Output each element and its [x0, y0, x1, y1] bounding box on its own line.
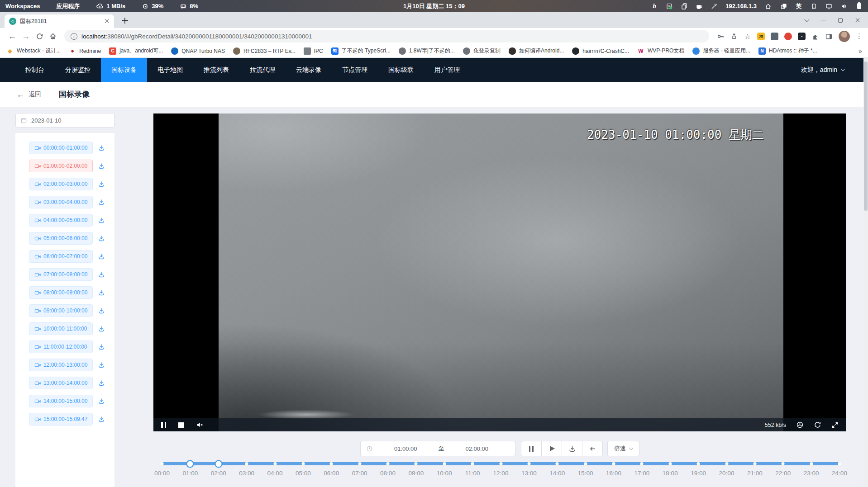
bookmarks-overflow-chevron[interactable]: »	[853, 44, 868, 57]
workspaces-switcher-icon[interactable]	[780, 2, 787, 10]
system-clock[interactable]: 1月10日 星期二 15：09	[403, 2, 465, 10]
workspaces-button[interactable]: Workspaces	[5, 3, 40, 9]
bookmark[interactable]: 免登录复制	[463, 47, 501, 55]
recording-button[interactable]: 04:00:00-05:00:00	[29, 214, 93, 227]
recording-button[interactable]: 12:00:00-13:00:00	[29, 359, 93, 371]
download-icon[interactable]	[98, 397, 105, 405]
user-menu[interactable]: 欢迎，admin	[801, 58, 844, 82]
pause-icon[interactable]	[161, 422, 166, 428]
back-icon[interactable]: ←	[5, 29, 19, 43]
browser-home-icon[interactable]	[46, 29, 60, 43]
tab-close-icon[interactable]	[104, 19, 110, 24]
speed-dropdown[interactable]: 倍速	[607, 441, 639, 456]
share-icon[interactable]	[727, 29, 741, 43]
profile-avatar[interactable]	[839, 31, 850, 42]
refresh-icon[interactable]	[814, 421, 821, 429]
bookmark[interactable]: hairrrrr/C-CrashC...	[572, 47, 629, 55]
bookmark[interactable]: W WVP-PRO文档	[637, 47, 684, 55]
download-icon[interactable]	[98, 325, 105, 332]
clipboard-copy-icon[interactable]	[681, 2, 688, 10]
recording-button[interactable]: 02:00:00-03:00:00	[29, 178, 93, 190]
nav-tab[interactable]: 国标设备	[101, 58, 147, 82]
nav-tab[interactable]: 用户管理	[424, 58, 470, 82]
range-end-value[interactable]: 02:00:00	[444, 445, 510, 452]
recording-button[interactable]: 11:00:00-12:00:00	[29, 340, 93, 353]
nav-tab[interactable]: 拉流代理	[239, 58, 286, 82]
recording-button[interactable]: 07:00:00-08:00:00	[29, 268, 93, 281]
window-maximize-icon[interactable]	[838, 18, 843, 23]
reload-icon[interactable]	[33, 29, 46, 43]
download-icon[interactable]	[98, 162, 105, 170]
download-icon[interactable]	[98, 253, 105, 260]
screenshot-indicator-icon[interactable]	[666, 2, 673, 10]
date-picker[interactable]: 2023-01-10	[15, 113, 114, 128]
cpu-indicator[interactable]: 39%	[142, 3, 163, 10]
scrollbar-thumb[interactable]	[864, 61, 868, 211]
recording-button[interactable]: 15:00:00-15:09:47	[29, 413, 93, 426]
new-tab-button[interactable]	[119, 14, 131, 26]
download-icon[interactable]	[98, 199, 105, 206]
back-button[interactable]: ← 返回	[16, 90, 41, 99]
site-info-icon[interactable]: i	[71, 33, 77, 40]
download-icon[interactable]	[98, 361, 105, 369]
volume-icon[interactable]	[840, 2, 848, 10]
recording-button[interactable]: 01:00:00-02:00:00	[29, 160, 93, 172]
range-start-value[interactable]: 01:00:00	[373, 445, 439, 452]
recording-button[interactable]: 00:00:00-01:00:00	[29, 142, 93, 154]
menu-kebab-icon[interactable]: ⋮	[856, 32, 863, 40]
snapshot-aperture-icon[interactable]	[796, 421, 804, 429]
side-panel-icon[interactable]	[825, 33, 833, 40]
extension-js-icon[interactable]: JS	[757, 33, 765, 40]
download-icon[interactable]	[98, 180, 105, 188]
nav-tab[interactable]: 国标级联	[378, 58, 424, 82]
stop-icon[interactable]	[178, 422, 184, 428]
bookmark[interactable]: RFC2833 – RTP Ev...	[233, 47, 296, 55]
seek-back-button[interactable]	[582, 441, 603, 456]
timeline-handle[interactable]	[215, 460, 222, 468]
caffeine-cup-icon[interactable]	[696, 2, 703, 10]
memory-indicator[interactable]: 8%	[180, 3, 198, 10]
nav-tab[interactable]: 云端录像	[286, 58, 332, 82]
app-indicator-b-icon[interactable]: b	[651, 2, 658, 10]
network-speed-indicator[interactable]: 1 MB/s	[96, 3, 125, 10]
recording-button[interactable]: 10:00:00-11:00:00	[29, 322, 93, 335]
bookmark[interactable]: IPC	[304, 47, 323, 55]
battery-icon[interactable]	[855, 2, 863, 10]
display-icon[interactable]	[825, 2, 833, 10]
bookmark[interactable]: C java、android可...	[109, 47, 163, 55]
input-method-indicator[interactable]: 英	[795, 2, 802, 10]
color-picker-icon[interactable]	[711, 2, 718, 10]
tab-search-chevron-icon[interactable]	[804, 17, 809, 22]
timeline-track[interactable]	[162, 462, 839, 465]
timeline-handle[interactable]	[186, 460, 194, 468]
fullscreen-icon[interactable]	[831, 421, 839, 429]
ip-address-indicator[interactable]: 192.168.1.3	[725, 2, 757, 10]
time-range-picker[interactable]: 01:00:00 至 02:00:00	[360, 441, 515, 456]
bookmark[interactable]: QNAP Turbo NAS	[171, 47, 225, 55]
recording-button[interactable]: 13:00:00-14:00:00	[29, 377, 93, 389]
download-icon[interactable]	[98, 144, 105, 151]
extensions-puzzle-icon[interactable]	[811, 33, 819, 40]
recording-button[interactable]: 03:00:00-04:00:00	[29, 196, 93, 208]
download-icon[interactable]	[98, 343, 105, 350]
download-icon[interactable]	[98, 416, 105, 423]
download-icon[interactable]	[98, 271, 105, 278]
applications-button[interactable]: 应用程序	[56, 2, 80, 10]
recording-button[interactable]: 08:00:00-09:00:00	[29, 286, 93, 299]
download-icon[interactable]	[98, 289, 105, 296]
nav-tab[interactable]: 节点管理	[332, 58, 378, 82]
bookmark[interactable]: 如何编译Android...	[509, 47, 564, 55]
mute-icon[interactable]	[196, 421, 204, 429]
bookmark[interactable]: N HDAtmos :: 种子 *...	[758, 47, 817, 55]
forward-icon[interactable]: →	[19, 29, 33, 43]
download-icon[interactable]	[98, 235, 105, 242]
window-close-icon[interactable]	[855, 18, 861, 23]
recording-button[interactable]: 05:00:00-06:00:00	[29, 232, 93, 245]
nav-tab[interactable]: 控制台	[15, 58, 55, 82]
download-button[interactable]	[562, 441, 582, 456]
bookmark[interactable]: 服务器 - 轻量应用...	[692, 47, 750, 55]
download-icon[interactable]	[98, 379, 105, 387]
bookmark[interactable]: ● Redmine	[69, 47, 101, 55]
download-icon[interactable]	[98, 217, 105, 224]
bookmark[interactable]: 1.8W字|了不起的...	[399, 47, 455, 55]
